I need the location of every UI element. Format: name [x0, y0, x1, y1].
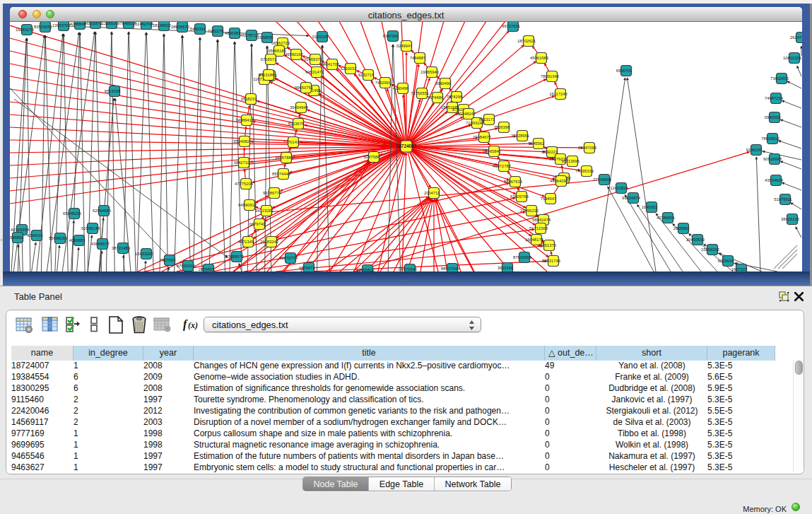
svg-text:51079911: 51079911 [774, 197, 792, 201]
svg-text:7874296: 7874296 [447, 95, 463, 99]
svg-text:85574443: 85574443 [272, 172, 290, 176]
svg-text:45961586: 45961586 [530, 56, 548, 60]
svg-text:1640052: 1640052 [642, 205, 658, 209]
svg-text:51712368: 51712368 [529, 226, 548, 230]
svg-text:90916998: 90916998 [763, 157, 782, 161]
svg-text:09670546: 09670546 [399, 267, 417, 271]
svg-text:8347382: 8347382 [383, 34, 399, 38]
svg-text:3990490: 3990490 [435, 81, 452, 86]
svg-text:8313678: 8313678 [288, 122, 305, 126]
svg-text:63605766: 63605766 [510, 194, 529, 199]
svg-text:16048175: 16048175 [525, 238, 543, 242]
svg-text:13953767: 13953767 [52, 23, 71, 28]
svg-text:43303654: 43303654 [11, 228, 30, 232]
svg-text:5045562: 5045562 [529, 141, 545, 146]
svg-text:2870831: 2870831 [199, 267, 215, 271]
svg-text:99650752: 99650752 [295, 86, 313, 90]
svg-text:0842710: 0842710 [234, 160, 250, 165]
svg-text:15869232: 15869232 [701, 247, 719, 252]
svg-text:78820812: 78820812 [761, 136, 779, 141]
svg-text:4873471: 4873471 [299, 266, 315, 270]
svg-text:35454948: 35454948 [290, 105, 308, 110]
svg-text:49972787: 49972787 [493, 164, 511, 168]
svg-text:10801326: 10801326 [783, 56, 801, 60]
svg-text:28148932: 28148932 [153, 23, 171, 28]
svg-text:8267586: 8267586 [364, 155, 380, 159]
svg-text:4896383: 4896383 [225, 31, 241, 35]
svg-text:21047095: 21047095 [578, 146, 596, 150]
svg-text:27849808: 27849808 [593, 177, 611, 182]
svg-text:3623166: 3623166 [498, 266, 514, 270]
svg-text:7770143: 7770143 [283, 140, 300, 144]
svg-text:58867533: 58867533 [504, 180, 522, 184]
svg-text:4190496: 4190496 [393, 86, 409, 90]
svg-text:5430391: 5430391 [190, 27, 206, 31]
svg-text:28809570: 28809570 [171, 25, 189, 29]
svg-text:34123281: 34123281 [255, 209, 273, 213]
svg-text:70348247: 70348247 [457, 112, 476, 116]
svg-text:7464887: 7464887 [410, 56, 426, 60]
svg-text:4586850: 4586850 [10, 235, 23, 240]
svg-text:0980500: 0980500 [765, 115, 781, 119]
svg-text:1509839: 1509839 [257, 35, 273, 40]
svg-text:20450533: 20450533 [686, 238, 705, 242]
svg-text:67632016: 67632016 [177, 264, 195, 268]
svg-text:42786801: 42786801 [657, 216, 675, 220]
svg-text:36713695: 36713695 [561, 159, 579, 163]
svg-text:1226916: 1226916 [102, 22, 118, 25]
svg-text:9232719: 9232719 [358, 73, 375, 77]
svg-text:9413186: 9413186 [259, 73, 275, 77]
svg-text:99737631: 99737631 [502, 24, 520, 28]
svg-text:55698169: 55698169 [49, 236, 67, 240]
svg-text:8613171: 8613171 [479, 117, 495, 122]
svg-text:7826398: 7826398 [494, 125, 510, 129]
svg-text:73602606: 73602606 [770, 76, 789, 81]
svg-text:65648236: 65648236 [63, 211, 81, 216]
svg-text:43534624: 43534624 [765, 178, 784, 182]
svg-text:83503056: 83503056 [34, 25, 52, 29]
svg-text:7452991: 7452991 [375, 81, 392, 85]
svg-text:7182278: 7182278 [208, 29, 224, 33]
svg-text:6566701: 6566701 [616, 69, 632, 73]
svg-text:0679740: 0679740 [249, 222, 266, 226]
svg-text:64990913: 64990913 [238, 203, 257, 207]
svg-text:12411824: 12411824 [610, 186, 628, 190]
svg-text:34957885: 34957885 [275, 156, 293, 160]
svg-text:64641708: 64641708 [321, 62, 339, 66]
svg-text:97848018: 97848018 [117, 22, 136, 25]
svg-text:2004711: 2004711 [424, 191, 440, 195]
svg-text:71756551: 71756551 [411, 91, 429, 95]
svg-text:5310033: 5310033 [341, 66, 357, 71]
svg-text:(x): (x) [188, 320, 198, 330]
svg-text:1607337: 1607337 [731, 267, 748, 271]
svg-text:4294019: 4294019 [27, 233, 43, 238]
svg-text:19283276: 19283276 [16, 28, 34, 32]
svg-text:06990162: 06990162 [285, 52, 303, 57]
svg-text:4238849: 4238849 [70, 22, 86, 26]
svg-text:74687234: 74687234 [765, 96, 784, 100]
svg-text:58842474: 58842474 [532, 218, 551, 222]
svg-text:62994680: 62994680 [93, 209, 111, 213]
svg-text:3518233: 3518233 [241, 97, 257, 101]
svg-text:8692221: 8692221 [542, 150, 558, 154]
svg-text:36183242: 36183242 [260, 240, 278, 244]
svg-text:44064090: 44064090 [550, 179, 568, 183]
svg-text:85931746: 85931746 [542, 259, 560, 263]
svg-text:27484677: 27484677 [473, 135, 491, 139]
svg-text:0249947: 0249947 [396, 44, 413, 48]
svg-text:87603669: 87603669 [513, 255, 531, 259]
svg-text:86872774: 86872774 [279, 256, 298, 260]
svg-text:49651370: 49651370 [538, 243, 556, 247]
svg-text:99386774: 99386774 [263, 191, 282, 195]
svg-text:6716572: 6716572 [261, 57, 277, 62]
svg-text:f: f [183, 318, 188, 331]
svg-text:18702621: 18702621 [517, 39, 536, 43]
svg-text:51462704: 51462704 [135, 22, 154, 26]
svg-text:78091343: 78091343 [541, 74, 559, 78]
svg-text:5674680: 5674680 [428, 95, 444, 100]
svg-text:43455812: 43455812 [356, 268, 375, 271]
svg-text:05865185: 05865185 [268, 49, 286, 53]
svg-text:47775204: 47775204 [235, 182, 254, 186]
svg-text:16117240: 16117240 [549, 92, 567, 96]
svg-text:27889579: 27889579 [225, 255, 244, 259]
